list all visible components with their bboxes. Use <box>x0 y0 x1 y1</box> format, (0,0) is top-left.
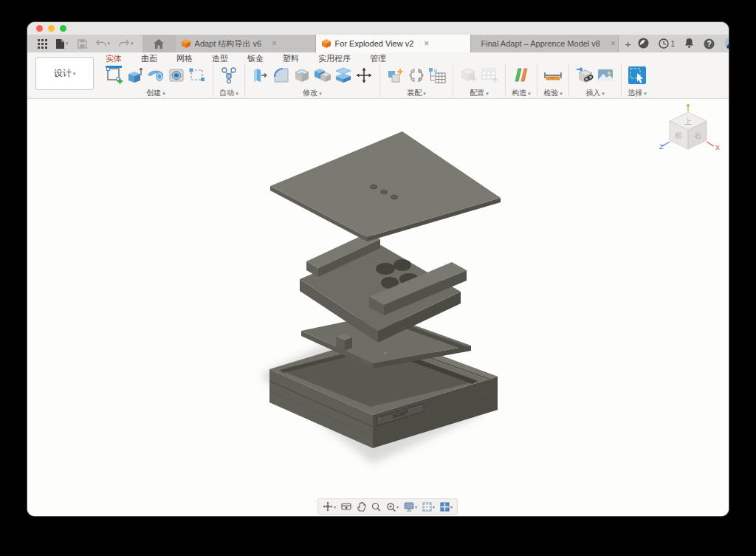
close-tab-icon[interactable]: × <box>424 38 429 49</box>
titlebar <box>27 22 729 35</box>
viewports-icon[interactable] <box>440 502 453 512</box>
ribbon-group-create: 创建 <box>101 64 210 98</box>
clock-icon <box>659 38 669 49</box>
extrude-icon[interactable] <box>126 65 145 86</box>
tab-title: Final Adapt – Apprence Model v8 <box>481 39 600 48</box>
maximize-window-button[interactable] <box>60 25 66 32</box>
select-icon[interactable] <box>628 65 647 86</box>
z-axis-label: Z <box>659 143 664 151</box>
ribbon-group-construct: 构造 <box>508 64 535 98</box>
tab-bar: Adapt 结构导出 v6 × For Exploded View v2 × F… <box>27 35 729 52</box>
revolve-icon[interactable] <box>146 65 165 86</box>
group-separator <box>568 64 569 96</box>
close-tab-icon[interactable]: × <box>272 38 277 49</box>
job-count-badge: 1 <box>671 40 676 48</box>
job-status[interactable]: 1 <box>659 38 676 49</box>
group-separator <box>244 64 245 96</box>
hole-icon[interactable] <box>167 65 186 86</box>
undo-icon[interactable] <box>92 35 115 52</box>
viewport-canvas[interactable]: adapt <box>27 99 729 516</box>
document-tab-exploded-view[interactable]: For Exploded View v2 × <box>316 35 471 52</box>
group-separator <box>621 64 622 96</box>
document-tab-final-adapt[interactable]: Final Adapt – Apprence Model v8 × <box>471 35 619 52</box>
fusion-window: Adapt 结构导出 v6 × For Exploded View v2 × F… <box>27 22 729 516</box>
utility-icons: 1 ? <box>638 35 729 52</box>
insert-mesh-icon[interactable] <box>575 65 594 86</box>
create-sketch-icon[interactable] <box>105 65 124 86</box>
minimize-window-button[interactable] <box>48 25 55 32</box>
fusion-cube-icon <box>322 39 331 48</box>
ribbon-group-automate: 自动 <box>216 64 242 98</box>
redo-icon[interactable] <box>114 35 138 52</box>
new-tab-button[interactable]: + <box>619 35 638 52</box>
construction-plane-icon[interactable] <box>512 65 531 86</box>
split-body-icon[interactable] <box>334 65 353 86</box>
joint-icon[interactable] <box>407 65 426 86</box>
z-axis <box>662 142 670 146</box>
group-label-inspect[interactable]: 检验 <box>543 88 563 98</box>
screen: Adapt 结构导出 v6 × For Exploded View v2 × F… <box>0 0 756 556</box>
document-tab-adapt[interactable]: Adapt 结构导出 v6 × <box>176 35 316 52</box>
extensions-icon[interactable] <box>638 38 649 50</box>
workspace-selector[interactable]: 设计 <box>35 57 94 90</box>
group-separator <box>453 64 453 96</box>
workspace-label: 设计 <box>54 67 72 80</box>
automate-icon[interactable] <box>219 65 238 86</box>
profile-avatar[interactable] <box>724 37 729 51</box>
help-glyph: ? <box>704 38 715 49</box>
orbit-icon[interactable] <box>323 501 336 512</box>
app-grid-icon[interactable] <box>33 35 52 52</box>
notifications-bell-icon[interactable] <box>684 38 694 49</box>
configuration-icon[interactable] <box>459 65 478 86</box>
exploded-model[interactable]: adapt <box>27 99 729 516</box>
pattern-icon[interactable] <box>188 65 207 86</box>
group-label-configure[interactable]: 配置 <box>470 88 489 98</box>
file-new-icon[interactable] <box>52 35 73 52</box>
canvas-icon[interactable] <box>596 65 615 86</box>
group-separator <box>505 64 506 96</box>
group-label-modify[interactable]: 修改 <box>303 88 322 98</box>
fusion-cube-icon <box>182 39 190 48</box>
x-axis-label: X <box>715 144 720 151</box>
new-component-icon[interactable] <box>386 65 405 86</box>
viewcube-top-label[interactable]: 上 <box>684 117 692 126</box>
model-layer-top-plate[interactable] <box>270 131 501 241</box>
group-label-create[interactable]: 创建 <box>146 88 165 98</box>
shell-icon[interactable] <box>292 65 312 86</box>
combine-icon[interactable] <box>313 65 332 86</box>
help-icon[interactable]: ? <box>704 38 715 49</box>
view-cube[interactable]: 上 前 右 Z X <box>655 100 729 161</box>
press-pull-icon[interactable] <box>251 65 270 86</box>
home-icon <box>154 39 164 49</box>
grid-settings-icon[interactable] <box>422 502 435 512</box>
group-label-construct[interactable]: 构造 <box>512 88 531 98</box>
pan-icon[interactable] <box>357 501 366 512</box>
home-tab-button[interactable] <box>142 35 176 52</box>
fit-icon[interactable] <box>386 502 399 512</box>
group-separator <box>213 64 213 96</box>
zoom-window-icon[interactable] <box>371 502 381 512</box>
viewcube-front-label[interactable]: 前 <box>675 131 682 140</box>
close-window-button[interactable] <box>36 25 43 32</box>
y-axis <box>687 104 690 111</box>
group-label-assemble[interactable]: 装配 <box>407 88 426 98</box>
group-label-automate[interactable]: 自动 <box>219 88 238 98</box>
ribbon-group-assemble: 装配 <box>382 64 450 98</box>
quick-access-toolbar <box>27 35 142 52</box>
navigation-bar <box>317 498 458 515</box>
fillet-icon[interactable] <box>272 65 291 86</box>
bom-icon[interactable] <box>427 65 447 86</box>
ribbon-tools: 创建 自动 <box>101 64 650 98</box>
configuration-table-icon[interactable] <box>480 65 499 86</box>
viewcube-right-label[interactable]: 右 <box>694 131 701 140</box>
group-label-select[interactable]: 选择 <box>628 88 647 98</box>
x-axis <box>707 142 714 146</box>
group-label-insert[interactable]: 插入 <box>585 88 605 98</box>
measure-icon[interactable] <box>543 65 563 86</box>
save-icon[interactable] <box>73 35 92 52</box>
move-icon[interactable] <box>354 65 374 86</box>
look-at-icon[interactable] <box>341 502 351 511</box>
ribbon-group-insert: 插入 <box>571 64 619 98</box>
close-tab-icon[interactable]: × <box>611 38 616 49</box>
display-settings-icon[interactable] <box>404 502 417 512</box>
